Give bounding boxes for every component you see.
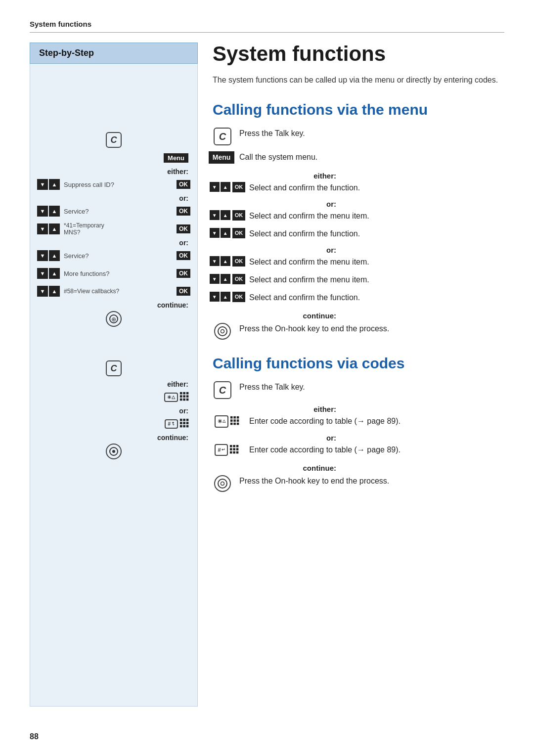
breadcrumb: System functions [30,20,504,33]
content-step-select-2: ▼ ▲ OK Select and confirm the menu item. [213,210,504,222]
arrow-pair-3: ▼ ▲ [37,223,60,234]
svg-rect-4 [186,392,189,395]
svg-rect-7 [186,395,189,398]
enter-code-text-1: Enter code according to table (→ page 89… [249,415,504,427]
service-label-2: Service? [64,252,175,260]
onhook-row-1: ⊕ [37,311,190,327]
content-step-code-1: ✳△ Enter co [213,415,504,428]
content-code-icons-1: ✳△ [215,415,241,428]
svg-rect-18 [183,425,185,428]
svg-rect-32 [236,423,239,425]
svg-rect-6 [183,395,185,398]
content-step-select-3: ▼ ▲ OK Select and confirm the function. [213,228,504,240]
continue-label-2: continue: [37,434,190,442]
down-arrow-5: ▼ [37,268,48,279]
content-step-select-6: ▼ ▲ OK Select and confirm the function. [213,292,504,304]
onhook-icon-1: ⊕ [106,311,122,327]
ok-btn-4: OK [177,251,190,260]
hash-key-box: # ↩ [165,419,178,429]
svg-point-42 [218,479,227,488]
talk-key-row-2: C [37,360,190,376]
svg-rect-34 [233,445,235,447]
select-confirm-menu-1: Select and confirm the menu item. [249,210,504,222]
content-or-3: or: [213,434,336,442]
content-step-select-1: ▼ ▲ OK Select and confirm the function. [213,182,504,194]
service-label-1: Service? [64,208,175,215]
code-icon-group-1: ✳ △ [164,392,190,402]
ok-btn-3: OK [177,224,190,233]
content-continue-2: continue: [213,464,336,472]
ok-btn-5: OK [177,269,190,278]
svg-rect-24 [230,416,232,419]
select-confirm-func-3: Select and confirm the function. [249,292,504,304]
content-step-menu: Menu Call the system menu. [213,151,504,164]
temp-mns-label: *41=TemporaryMNS? [64,222,175,236]
enter-code-text-2: Enter code according to table (→ page 89… [249,444,504,456]
view-callbacks-row: ▼ ▲ #58=View callbacks? OK [37,283,190,299]
svg-rect-26 [236,416,239,419]
section1-title: Calling functions via the menu [213,101,504,119]
onhook-icon-2 [106,444,122,459]
content-continue-1: continue: [213,311,336,320]
suppress-callid-label: Suppress call ID? [64,181,175,188]
or-label-3: or: [37,407,190,415]
arrow-pair-2: ▼ ▲ [37,206,60,217]
ok-btn-1: OK [177,180,190,189]
content-or-1: or: [213,200,336,208]
content-step-onhook-2: Press the On-hook key to end the process… [213,475,504,492]
content-hash-key: #↩ [215,444,227,456]
svg-rect-39 [229,451,232,454]
page-number: 88 [30,732,39,741]
content-keypad-2 [229,445,240,455]
svg-rect-28 [233,420,236,422]
content-step-select-5: ▼ ▲ OK Select and confirm the menu item. [213,274,504,286]
press-onhook-text-2: Press the On-hook key to end the process… [239,475,504,487]
content-code-icons-2: #↩ [215,444,240,456]
down-arrow-1: ▼ [37,179,48,190]
svg-rect-8 [180,399,182,401]
content-star-key: ✳△ [215,415,228,428]
press-onhook-text-1: Press the On-hook key to end the process… [239,323,504,335]
content-step-talk-1: C Press the Talk key. [213,128,504,145]
svg-rect-35 [236,445,238,447]
svg-rect-37 [233,448,235,450]
section2-title: Calling functions via codes [213,355,504,372]
either-label-1: either: [37,168,190,176]
up-arrow-5: ▲ [49,268,60,279]
svg-rect-36 [229,448,232,450]
svg-rect-19 [186,425,189,428]
svg-rect-27 [230,420,232,422]
svg-rect-10 [186,399,189,401]
ok-btn-2: OK [177,207,190,216]
content-step-code-2: #↩ Enter co [213,444,504,456]
svg-point-22 [218,327,227,336]
select-confirm-func-2: Select and confirm the function. [249,228,504,240]
more-functions-row: ▼ ▲ More functions? OK [37,266,190,281]
svg-text:⊕: ⊕ [111,316,116,323]
talk-key-icon-2: C [106,360,122,376]
svg-rect-16 [186,422,189,424]
svg-rect-12 [183,419,185,421]
down-arrow-2: ▼ [37,206,48,217]
svg-rect-11 [180,419,182,421]
up-arrow-3: ▲ [49,223,60,234]
continue-label-1: continue: [37,301,190,309]
suppress-callid-row: ▼ ▲ Suppress call ID? OK [37,177,190,192]
or-label-2: or: [37,239,190,247]
select-confirm-menu-3: Select and confirm the menu item. [249,274,504,286]
arrow-pair-4: ▼ ▲ [37,250,60,261]
svg-rect-15 [183,422,185,424]
svg-rect-29 [236,420,239,422]
svg-point-21 [112,450,115,453]
talk-key-icon: C [106,132,122,148]
intro-text: The system functions can be called up vi… [213,74,504,86]
down-arrow-6: ▼ [37,286,48,297]
content-talk-icon-2: C [214,381,231,399]
svg-rect-38 [236,448,238,450]
keypad-icon-2 [179,418,190,429]
code-entry-row-2: # ↩ [37,416,190,432]
sidebar: Step-by-Step C Menu either: ▼ [30,43,198,707]
main-content: System functions The system functions ca… [198,43,504,707]
svg-rect-30 [230,423,232,425]
content-either-1: either: [213,172,336,180]
